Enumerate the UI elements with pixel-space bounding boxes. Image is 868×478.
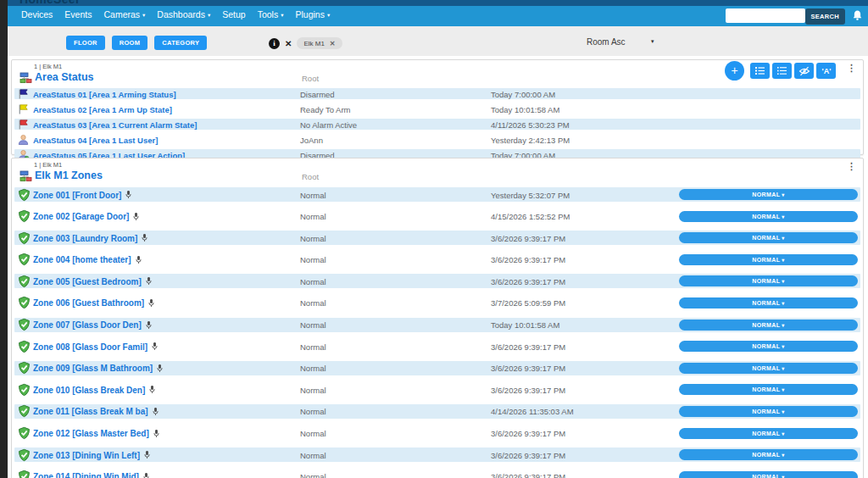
table-row: Zone 008 [Glass Door Famil]Normal3/6/202…	[12, 336, 863, 358]
nav-events[interactable]: Events	[64, 9, 92, 19]
zone-control-dropdown[interactable]: NORMAL▾	[679, 341, 858, 352]
row-band: Zone 011 [Glass Break M ba]Normal4/14/20…	[14, 404, 860, 419]
last-change-time: 3/6/2026 9:39:17 PM	[491, 450, 565, 459]
last-change-time: 3/6/2026 9:39:17 PM	[491, 276, 565, 286]
zone-control-dropdown[interactable]: NORMAL▾	[679, 297, 858, 308]
group-title-link[interactable]: Elk M1 Zones	[35, 170, 103, 181]
zone-control-dropdown[interactable]: NORMAL▾	[679, 254, 858, 265]
table-row: Zone 014 [Dining Win Mid]Normal3/6/2026 …	[12, 467, 863, 478]
row-band: Zone 006 [Guest Bathroom]Normal3/7/2026 …	[14, 296, 860, 310]
zone-control-dropdown[interactable]: NORMAL▾	[679, 406, 858, 417]
last-change-time: Yesterday 2:42:13 PM	[491, 135, 570, 144]
device-status: Normal	[300, 364, 326, 373]
filter-buttons: FLOOR ROOM CATEGORY	[66, 36, 207, 50]
nav-setup[interactable]: Setup	[222, 9, 245, 19]
shield-check-icon	[18, 297, 31, 309]
voice-mic-icon	[146, 277, 152, 286]
row-band: Zone 008 [Glass Door Famil]Normal3/6/202…	[14, 339, 860, 353]
row-band: AreaStatus 02 [Area 1 Arm Up State]Ready…	[14, 103, 860, 114]
flag-yellow-icon	[18, 103, 28, 114]
device-link[interactable]: AreaStatus 04 [Area 1 Last User]	[33, 135, 158, 144]
zone-control-dropdown[interactable]: NORMAL▾	[679, 471, 858, 478]
row-band: Zone 014 [Dining Win Mid]Normal3/6/2026 …	[14, 470, 860, 478]
device-link[interactable]: AreaStatus 02 [Area 1 Arm Up State]	[33, 104, 172, 114]
device-link[interactable]: Zone 009 [Glass M Bathroom]	[33, 364, 163, 373]
list-view-icon[interactable]	[750, 63, 770, 79]
row-band: Zone 007 [Glass Door Den]NormalToday 10:…	[14, 318, 860, 332]
device-status: Normal	[300, 212, 326, 221]
last-change-time: 3/6/2026 9:39:17 PM	[491, 233, 565, 242]
table-row: Zone 001 [Front Door]NormalYesterday 5:3…	[12, 185, 863, 207]
device-link[interactable]: Zone 010 [Glass Break Den]	[33, 385, 155, 394]
flag-red-icon	[18, 119, 28, 130]
room-filter-button[interactable]: ROOM	[112, 36, 148, 50]
logo-bar: HomeSeer	[8, 0, 868, 6]
nav-tools[interactable]: Tools▾	[258, 9, 284, 19]
device-link[interactable]: Zone 003 [Laundry Room]	[33, 233, 147, 242]
zone-control-dropdown[interactable]: NORMAL▾	[679, 211, 858, 222]
last-change-time: 3/6/2026 9:39:17 PM	[491, 364, 565, 373]
last-change-time: 4/11/2026 5:30:23 PM	[491, 119, 570, 129]
bell-icon[interactable]	[852, 9, 863, 21]
rename-icon[interactable]: 'A'	[816, 63, 836, 79]
nav-plugins[interactable]: Plugins▾	[295, 9, 330, 19]
device-link[interactable]: AreaStatus 03 [Area 1 Current Alarm Stat…	[33, 119, 197, 129]
shield-check-icon	[18, 427, 31, 440]
device-link[interactable]: Zone 013 [Dining Win Left]	[33, 450, 150, 459]
device-link[interactable]: Zone 014 [Dining Win Mid]	[33, 472, 149, 478]
device-link[interactable]: AreaStatus 01 [Area 1 Arming Status]	[33, 89, 176, 98]
filter-chip-elk-m1[interactable]: Elk M1 ✕	[297, 37, 342, 49]
table-row: Zone 010 [Glass Break Den]Normal3/6/2026…	[12, 380, 863, 402]
nav-cameras[interactable]: Cameras▾	[103, 9, 145, 19]
clear-filters-icon[interactable]: ✕	[285, 38, 292, 49]
svg-text:'A': 'A'	[821, 67, 831, 75]
last-change-time: Today 7:00:00 AM	[491, 89, 555, 98]
device-status: Normal	[300, 255, 326, 264]
device-link[interactable]: Zone 005 [Guest Bedroom]	[33, 276, 152, 286]
nav-devices[interactable]: Devices	[21, 9, 53, 19]
voice-mic-icon	[152, 342, 158, 351]
compact-list-view-icon[interactable]	[772, 63, 792, 79]
search-input[interactable]	[726, 8, 805, 23]
sitemap-icon	[19, 170, 32, 182]
table-row: Zone 003 [Laundry Room]Normal3/6/2026 9:…	[12, 228, 863, 250]
chevron-down-icon: ▾	[782, 279, 784, 284]
table-row: Zone 013 [Dining Win Left]Normal3/6/2026…	[12, 445, 863, 467]
hide-devices-icon[interactable]	[794, 63, 814, 79]
add-device-button[interactable]: +	[725, 61, 744, 81]
group-title-link[interactable]: Area Status	[35, 71, 93, 83]
last-change-time: 3/6/2026 9:39:17 PM	[491, 429, 565, 438]
device-link[interactable]: Zone 011 [Glass Break M ba]	[33, 407, 159, 416]
zone-control-dropdown[interactable]: NORMAL▾	[679, 384, 858, 395]
device-link[interactable]: Zone 006 [Guest Bathroom]	[33, 298, 154, 308]
device-link[interactable]: Zone 001 [Front Door]	[33, 190, 131, 199]
zone-control-dropdown[interactable]: NORMAL▾	[679, 275, 858, 286]
zone-control-dropdown[interactable]: NORMAL▾	[679, 320, 858, 331]
chip-close-icon[interactable]: ✕	[330, 40, 336, 47]
zone-control-dropdown[interactable]: NORMAL▾	[679, 232, 858, 243]
chevron-down-icon: ▾	[782, 387, 784, 392]
device-link[interactable]: Zone 004 [home theater]	[33, 255, 142, 264]
zone-control-dropdown[interactable]: NORMAL▾	[679, 363, 858, 374]
device-link[interactable]: Zone 002 [Garage Door]	[33, 212, 139, 221]
device-link[interactable]: Zone 007 [Glass Door Den]	[33, 320, 152, 330]
zone-control-dropdown[interactable]: NORMAL▾	[679, 449, 858, 460]
device-link[interactable]: Zone 012 [Glass Master Bed]	[33, 429, 159, 438]
device-status: Ready To Arm	[300, 104, 351, 114]
last-change-time: 4/15/2026 1:52:52 PM	[491, 212, 570, 221]
device-link[interactable]: Zone 008 [Glass Door Famil]	[33, 342, 158, 351]
search-button[interactable]: SEARCH	[805, 8, 845, 25]
zone-control-dropdown[interactable]: NORMAL▾	[679, 189, 858, 200]
chevron-down-icon: ▾	[142, 12, 145, 18]
nav-dashboards[interactable]: Dashboards▾	[157, 9, 210, 19]
voice-mic-icon	[148, 298, 154, 307]
device-status: Normal	[300, 342, 326, 351]
category-filter-button[interactable]: CATEGORY	[154, 36, 207, 50]
info-icon[interactable]: i	[269, 38, 280, 49]
zone-control-dropdown[interactable]: NORMAL▾	[679, 428, 858, 439]
chevron-down-icon: ▾	[281, 12, 283, 18]
chevron-down-icon: ▾	[782, 431, 784, 436]
group-location: Root	[302, 74, 319, 83]
floor-filter-button[interactable]: FLOOR	[66, 36, 105, 50]
shield-check-icon	[18, 405, 31, 418]
